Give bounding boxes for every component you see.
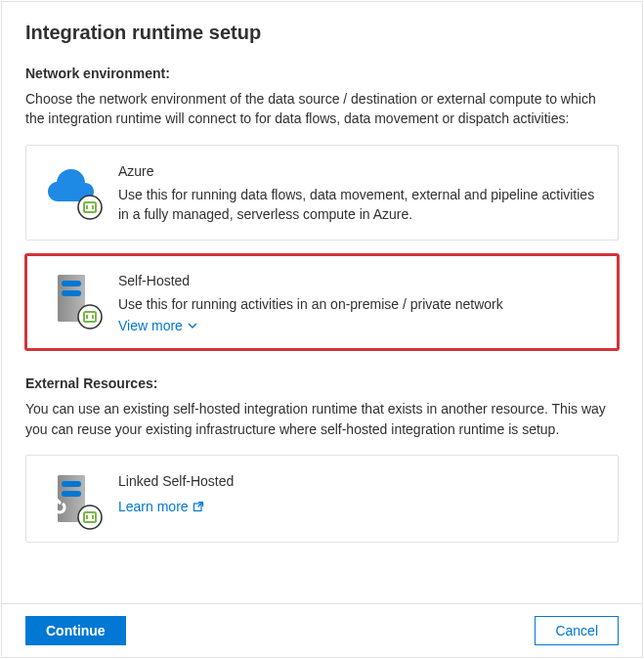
external-section: External Resources: You can use an exist… bbox=[25, 375, 619, 543]
svg-rect-7 bbox=[62, 290, 81, 296]
svg-rect-15 bbox=[62, 491, 81, 497]
card-self-hosted-description: Use this for running activities in an on… bbox=[118, 294, 600, 314]
view-more-label: View more bbox=[118, 318, 183, 333]
card-self-hosted-body: Self-Hosted Use this for running activit… bbox=[118, 271, 600, 333]
svg-rect-6 bbox=[62, 281, 81, 286]
external-heading: External Resources: bbox=[25, 375, 619, 391]
card-azure[interactable]: Azure Use this for running data flows, d… bbox=[25, 145, 619, 242]
network-description: Choose the network environment of the da… bbox=[25, 89, 619, 129]
runtime-badge-icon bbox=[77, 195, 103, 220]
card-azure-title: Azure bbox=[118, 163, 600, 179]
chevron-down-icon bbox=[187, 320, 198, 331]
learn-more-link[interactable]: Learn more bbox=[118, 499, 204, 514]
svg-point-16 bbox=[78, 505, 102, 529]
network-heading: Network environment: bbox=[25, 66, 619, 81]
svg-point-0 bbox=[78, 196, 102, 219]
card-linked-body: Linked Self-Hosted Learn more bbox=[118, 471, 600, 514]
external-description: You can use an existing self-hosted inte… bbox=[25, 399, 619, 439]
learn-more-label: Learn more bbox=[118, 499, 189, 514]
card-azure-description: Use this for running data flows, data mo… bbox=[118, 185, 600, 225]
card-azure-body: Azure Use this for running data flows, d… bbox=[118, 161, 600, 225]
continue-button[interactable]: Continue bbox=[25, 616, 126, 645]
card-linked-title: Linked Self-Hosted bbox=[118, 473, 600, 489]
dialog-footer: Continue Cancel bbox=[2, 603, 642, 657]
runtime-badge-icon bbox=[77, 304, 103, 330]
cancel-button[interactable]: Cancel bbox=[535, 616, 619, 645]
view-more-link[interactable]: View more bbox=[118, 318, 198, 333]
svg-rect-14 bbox=[62, 481, 81, 487]
card-self-hosted[interactable]: Self-Hosted Use this for running activit… bbox=[25, 254, 619, 350]
runtime-badge-icon bbox=[77, 505, 103, 530]
server-icon bbox=[44, 271, 99, 326]
dialog-panel: Integration runtime setup Network enviro… bbox=[1, 1, 643, 658]
azure-cloud-icon bbox=[44, 161, 99, 216]
dialog-content: Integration runtime setup Network enviro… bbox=[2, 2, 642, 603]
page-title: Integration runtime setup bbox=[25, 22, 619, 44]
network-section: Network environment: Choose the network … bbox=[25, 66, 619, 350]
card-self-hosted-title: Self-Hosted bbox=[118, 273, 600, 288]
linked-server-icon bbox=[44, 471, 99, 526]
card-linked-self-hosted[interactable]: Linked Self-Hosted Learn more bbox=[25, 455, 619, 543]
external-link-icon bbox=[193, 501, 204, 512]
svg-point-8 bbox=[78, 305, 102, 329]
